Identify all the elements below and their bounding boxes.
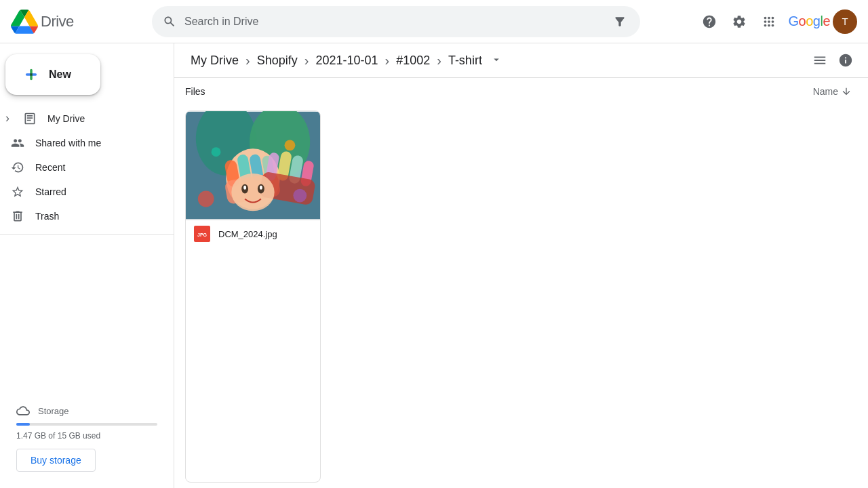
svg-point-18: [231, 174, 274, 211]
apps-icon: [762, 14, 776, 29]
sidebar-item-label-my-drive: My Drive: [47, 113, 85, 124]
avatar[interactable]: T: [833, 9, 857, 34]
breadcrumb-sep-2: ›: [303, 53, 311, 68]
content-area: My Drive › Shopify › 2021-10-01 › #1002 …: [174, 43, 868, 488]
search-icon: [163, 15, 176, 28]
storage-section: Storage 1.47 GB of 15 GB used Buy storag…: [0, 393, 174, 483]
sidebar-item-trash[interactable]: Trash: [0, 204, 163, 228]
breadcrumb-current[interactable]: T-shirt: [443, 51, 488, 70]
sidebar-item-label-shared: Shared with me: [35, 138, 101, 148]
grid-view-button[interactable]: [808, 49, 831, 72]
starred-icon: [11, 185, 24, 199]
shared-with-me-icon: [11, 136, 24, 150]
breadcrumb-id[interactable]: #1002: [391, 51, 435, 70]
new-button-label: New: [49, 68, 71, 81]
breadcrumb-shopify[interactable]: Shopify: [252, 51, 303, 70]
apps-button[interactable]: [755, 8, 783, 35]
search-input[interactable]: [184, 16, 602, 28]
svg-point-21: [243, 186, 246, 190]
content-view-actions: [808, 49, 857, 72]
sidebar: New › My Drive Shared with me Recent: [0, 43, 174, 488]
breadcrumb: My Drive › Shopify › 2021-10-01 › #1002 …: [185, 51, 808, 70]
files-header: Files Name: [174, 78, 868, 105]
sort-button[interactable]: Name: [808, 83, 857, 100]
sort-label: Name: [813, 86, 838, 97]
storage-bar-background: [16, 423, 157, 426]
my-drive-chevron-icon: ›: [5, 111, 9, 125]
list-view-icon: [812, 53, 827, 68]
settings-icon: [732, 14, 747, 29]
svg-point-23: [198, 191, 214, 207]
files-label: Files: [185, 86, 205, 97]
header-actions: Google T: [696, 8, 857, 35]
file-info: JPG DCM_2024.jpg: [186, 220, 320, 247]
breadcrumb-sep-3: ›: [383, 53, 391, 68]
sidebar-item-starred[interactable]: Starred: [0, 180, 163, 204]
svg-point-24: [293, 189, 307, 203]
svg-point-25: [285, 140, 296, 150]
file-jpg-icon: JPG: [194, 226, 210, 242]
svg-point-26: [212, 147, 221, 157]
storage-bar-fill: [16, 423, 30, 426]
sidebar-item-recent[interactable]: Recent: [0, 155, 163, 180]
sidebar-item-shared-with-me[interactable]: Shared with me: [0, 131, 163, 155]
help-button[interactable]: [696, 8, 723, 35]
storage-cloud-icon: [16, 404, 30, 418]
file-name: DCM_2024.jpg: [218, 229, 277, 239]
help-icon: [702, 14, 717, 29]
breadcrumb-my-drive[interactable]: My Drive: [185, 51, 244, 70]
buy-storage-button[interactable]: Buy storage: [16, 449, 96, 472]
breadcrumb-dropdown-button[interactable]: [488, 51, 505, 70]
breadcrumb-date[interactable]: 2021-10-01: [310, 51, 383, 70]
plus-icon: [22, 65, 41, 84]
breadcrumb-sep-4: ›: [435, 53, 443, 68]
header: Drive Google: [0, 0, 868, 43]
storage-label-text: Storage: [38, 406, 69, 416]
chevron-down-icon: [490, 54, 502, 66]
file-card[interactable]: JPG DCM_2024.jpg: [185, 110, 321, 483]
google-text: Google: [788, 14, 830, 29]
recent-icon: [11, 161, 24, 174]
info-button[interactable]: [834, 49, 857, 72]
sidebar-divider: [0, 234, 174, 235]
file-thumbnail-image: [186, 111, 320, 220]
files-grid: JPG DCM_2024.jpg: [174, 105, 868, 488]
settings-button[interactable]: [726, 8, 753, 35]
filter-icon: [613, 15, 627, 28]
app-title: Drive: [41, 13, 74, 30]
drive-logo-icon: [11, 8, 38, 35]
main-layout: New › My Drive Shared with me Recent: [0, 43, 868, 488]
sort-arrow-icon: [841, 86, 852, 97]
info-icon: [838, 53, 853, 68]
file-thumbnail: [186, 111, 320, 220]
sidebar-item-my-drive[interactable]: › My Drive: [0, 106, 163, 131]
my-drive-icon: [23, 112, 37, 125]
sidebar-item-label-starred: Starred: [35, 186, 66, 197]
breadcrumb-sep-1: ›: [244, 53, 252, 68]
new-button[interactable]: New: [5, 54, 100, 95]
sidebar-item-label-recent: Recent: [35, 162, 65, 173]
search-filter-button[interactable]: [610, 12, 629, 31]
svg-point-22: [260, 186, 262, 190]
logo-link[interactable]: Drive: [11, 8, 146, 35]
svg-rect-3: [30, 73, 33, 76]
sidebar-item-label-trash: Trash: [35, 211, 59, 222]
trash-icon: [11, 209, 24, 223]
svg-text:JPG: JPG: [197, 232, 208, 237]
storage-used-text: 1.47 GB of 15 GB used: [16, 431, 157, 441]
search-bar: [152, 6, 640, 37]
